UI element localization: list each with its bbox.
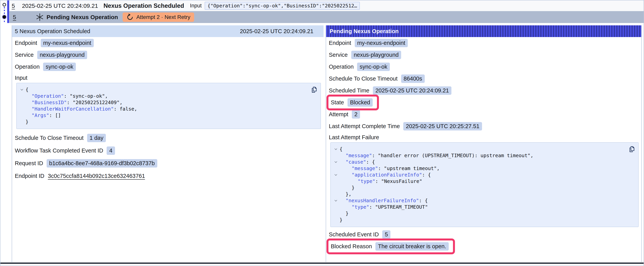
field-value-badge: Blocked [348, 98, 373, 107]
field-value-badge: b1c6a4bc-8ee7-468a-9169-df3b02c8737b [46, 159, 157, 167]
field-label: Operation [15, 64, 40, 70]
timeline-event-dot-open[interactable] [2, 3, 6, 7]
field-row-endpoint: Endpointmy-nexus-endpoint [326, 37, 641, 49]
json-line: "BusinessID": "20250225122409", [18, 99, 309, 106]
json-line-gutter [332, 217, 340, 223]
collapse-chevron-icon[interactable] [332, 159, 340, 165]
json-line-gutter [332, 210, 340, 217]
json-line: } [332, 217, 627, 223]
json-line-gutter [18, 112, 26, 119]
input-preview-chip: {"Operation":"sync-op-ok","BusinessID":"… [205, 2, 360, 10]
field-label: Schedule To Close Timeout [329, 76, 398, 82]
field-value-badge: my-nexus-endpoint [355, 39, 408, 47]
field-value-badge: 1 day [87, 134, 106, 142]
panel-header-title: 5 Nexus Operation Scheduled [15, 28, 90, 35]
json-line: "type": "NexusFailure" [332, 178, 627, 184]
field-value-badge: 2 [352, 110, 360, 119]
json-line-gutter [18, 93, 26, 99]
field-label: Scheduled Event ID [329, 231, 379, 238]
pending-asterisk-icon [36, 13, 44, 21]
field-label: Service [329, 52, 348, 58]
json-line: "nexusHandlerFailureInfo": { [332, 197, 627, 204]
field-value-badge: sync-op-ok [357, 63, 390, 71]
field-value-badge: sync-op-ok [43, 63, 76, 71]
annotation-highlight-box: Blocked ReasonThe circuit breaker is ope… [326, 238, 455, 254]
retry-icon [126, 14, 134, 21]
field-value-badge: nexus-playground [351, 51, 401, 59]
json-line-gutter [18, 99, 26, 106]
attempt-retry-label: Attempt 2 · Next Retry [136, 14, 190, 20]
field-row-schedule-to-close-timeout: Schedule To Close Timeout1 day [12, 132, 324, 144]
json-line: } [332, 184, 627, 191]
field-label: Operation [329, 64, 354, 70]
copy-button[interactable] [628, 145, 636, 153]
field-label: State [331, 99, 344, 106]
json-line-gutter [332, 165, 340, 172]
field-row-schedule-to-close-timeout: Schedule To Close Timeout86400s [326, 73, 641, 85]
field-row-request-id: Request IDb1c6a4bc-8ee7-468a-9169-df3b02… [12, 157, 324, 170]
json-line: "HandlerWaitForCancellation": false, [18, 106, 309, 112]
field-label: Endpoint [15, 40, 37, 46]
panel-header-title: Pending Nexus Operation [330, 28, 399, 35]
field-row-state: StateBlocked [326, 97, 641, 108]
json-line: "cause": { [332, 159, 627, 165]
collapse-chevron-icon[interactable] [332, 172, 340, 178]
field-value-badge: 5 [382, 230, 390, 239]
field-row-blocked-reason: Blocked ReasonThe circuit breaker is ope… [326, 240, 641, 252]
window-bottom-edge [0, 262, 644, 264]
event-detail-panel-scheduled: 5 Nexus Operation Scheduled 2025-02-25 U… [12, 25, 324, 262]
timeline-event-dot-filled[interactable] [2, 15, 6, 19]
input-section-label: Input [12, 73, 324, 83]
field-label: Schedule To Close Timeout [15, 135, 84, 141]
copy-button[interactable] [310, 85, 318, 94]
field-value-badge: my-nexus-endpoint [41, 39, 94, 47]
field-value-badge: nexus-playground [37, 51, 87, 59]
pending-operation-detail-panel: Pending Nexus Operation Endpointmy-nexus… [326, 25, 642, 262]
json-line-gutter [332, 152, 340, 159]
field-row-endpoint: Endpointmy-nexus-endpoint [12, 37, 324, 49]
event-row-nexus-operation-scheduled[interactable]: 5 2025-02-25 UTC 20:24:09.21 Nexus Opera… [0, 1, 644, 11]
field-row-operation: Operationsync-op-ok [12, 61, 324, 73]
event-title: Nexus Operation Scheduled [104, 2, 184, 9]
json-line: "Args": [] [18, 112, 309, 119]
field-value-link[interactable]: 3c0c75ccfa8144b092c13ce632463761 [48, 173, 145, 179]
timeline-accent-bar [7, 1, 9, 23]
field-row-last-attempt-complete-time: Last Attempt Complete Time2025-02-25 UTC… [326, 120, 641, 132]
collapse-chevron-icon[interactable] [332, 197, 340, 204]
event-id-link[interactable]: 5 [13, 14, 16, 21]
json-line: "Operation": "sync-op-ok", [18, 93, 309, 99]
input-label: Input [190, 3, 202, 9]
field-label: Attempt [329, 111, 348, 118]
json-line: "applicationFailureInfo": { [332, 172, 627, 178]
json-line: "type": "UPSTREAM_TIMEOUT" [332, 204, 627, 210]
json-line: } [332, 210, 627, 217]
field-value-badge: The circuit breaker is open. [376, 242, 449, 250]
field-value-badge: 2025-02-25 UTC 20:24:09.21 [373, 86, 452, 95]
json-line-gutter [332, 204, 340, 210]
pending-nexus-operation-row[interactable]: 5 Pending Nexus Operation Attempt 2 · Ne… [9, 11, 644, 23]
panel-header-scheduled: 5 Nexus Operation Scheduled 2025-02-25 U… [12, 25, 324, 37]
field-row-service: Servicenexus-playground [12, 49, 324, 61]
json-line-gutter [18, 119, 26, 125]
field-label: Endpoint ID [15, 173, 44, 179]
json-line-gutter [332, 178, 340, 184]
failure-section-label: Last Attempt Failure [326, 132, 641, 142]
collapse-chevron-icon[interactable] [18, 86, 26, 93]
field-value-badge: 86400s [401, 75, 425, 83]
input-json-viewer: {"Operation": "sync-op-ok","BusinessID":… [16, 83, 321, 129]
json-line: } [18, 119, 309, 125]
json-line-gutter [18, 106, 26, 112]
panel-header-pending: Pending Nexus Operation [326, 25, 641, 37]
event-id-link[interactable]: 5 [12, 3, 15, 9]
field-row-endpoint-id: Endpoint ID3c0c75ccfa8144b092c13ce632463… [12, 170, 324, 182]
event-timestamp: 2025-02-25 UTC 20:24:09.21 [22, 3, 98, 9]
field-label: Request ID [15, 160, 43, 167]
attempt-retry-badge: Attempt 2 · Next Retry [122, 13, 194, 22]
collapse-chevron-icon[interactable] [332, 146, 340, 152]
pending-title: Pending Nexus Operation [46, 14, 118, 21]
field-label: Endpoint [329, 40, 351, 46]
temporal-event-history-screen: 5 2025-02-25 UTC 20:24:09.21 Nexus Opera… [0, 0, 644, 266]
field-label: Workflow Task Completed Event ID [15, 147, 103, 154]
field-value-badge: 2025-02-25 UTC 20:25:27.51 [403, 122, 482, 130]
json-line: "message": "handler error (UPSTREAM_TIME… [332, 152, 627, 159]
